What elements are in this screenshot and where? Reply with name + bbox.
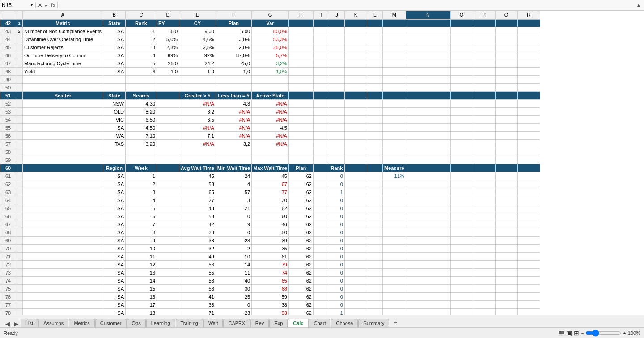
cell-O68[interactable] bbox=[450, 228, 473, 237]
cell-O54[interactable] bbox=[450, 116, 473, 124]
cell-C73[interactable]: 13 bbox=[126, 269, 157, 277]
cell-P64[interactable] bbox=[473, 196, 495, 204]
cell-D44[interactable]: 5,0% bbox=[157, 35, 179, 43]
cell-Q78[interactable] bbox=[495, 309, 517, 315]
tab-chart[interactable]: Chart bbox=[309, 319, 331, 327]
cell-B49[interactable] bbox=[103, 76, 126, 84]
cell-H46[interactable] bbox=[288, 51, 313, 59]
cell-I68[interactable] bbox=[313, 228, 329, 237]
cell-P43[interactable] bbox=[473, 27, 495, 35]
cell-R71[interactable] bbox=[517, 253, 540, 261]
cell-M72[interactable] bbox=[382, 261, 406, 269]
cell-R68[interactable] bbox=[517, 228, 540, 237]
cell-J77[interactable]: 0 bbox=[329, 301, 344, 309]
cell-N77[interactable] bbox=[406, 301, 450, 309]
cell-B65[interactable]: SA bbox=[103, 204, 126, 212]
cell-B54[interactable]: VIC bbox=[103, 116, 126, 124]
cell-I52[interactable] bbox=[313, 100, 329, 108]
cell-M73[interactable] bbox=[382, 269, 406, 277]
cell-M60[interactable]: Measure bbox=[382, 164, 406, 172]
cell-B73[interactable]: SA bbox=[103, 269, 126, 277]
row-number[interactable]: 58 bbox=[0, 148, 16, 156]
cell-H47[interactable] bbox=[288, 59, 313, 68]
cell-M51[interactable] bbox=[382, 92, 406, 100]
cell-G76[interactable]: 59 bbox=[252, 293, 289, 301]
cell-E61[interactable]: 45 bbox=[179, 172, 216, 180]
cell-D60[interactable] bbox=[157, 164, 179, 172]
col-header-c[interactable]: C bbox=[126, 11, 157, 19]
cell-J52[interactable] bbox=[329, 100, 344, 108]
cell-N46[interactable] bbox=[406, 51, 450, 59]
cell-L53[interactable] bbox=[367, 108, 382, 116]
cell-R44[interactable] bbox=[517, 35, 540, 43]
cell-K64[interactable] bbox=[344, 196, 367, 204]
row-number[interactable]: 44 bbox=[0, 35, 16, 43]
cell-I50[interactable] bbox=[313, 84, 329, 92]
cell-G57[interactable]: #N/A bbox=[252, 140, 289, 148]
cell-N78[interactable] bbox=[406, 309, 450, 315]
name-box-arrow[interactable]: ▼ bbox=[30, 3, 34, 7]
zoom-in-icon[interactable]: + bbox=[623, 330, 626, 336]
cell-E77[interactable]: 33 bbox=[179, 301, 216, 309]
cell-E57[interactable]: #N/A bbox=[179, 140, 216, 148]
cell-Q70[interactable] bbox=[495, 245, 517, 253]
cell-O58[interactable] bbox=[450, 148, 473, 156]
cell-A77[interactable] bbox=[23, 301, 103, 309]
cell-P75[interactable] bbox=[473, 285, 495, 293]
cell-H66[interactable]: 62 bbox=[288, 212, 313, 220]
cell-J46[interactable] bbox=[329, 51, 344, 59]
cell-N68[interactable] bbox=[406, 228, 450, 237]
cell-C58[interactable] bbox=[126, 148, 157, 156]
cell-D53[interactable] bbox=[157, 108, 179, 116]
cell-E73[interactable]: 55 bbox=[179, 269, 216, 277]
cell-P52[interactable] bbox=[473, 100, 495, 108]
row-number[interactable]: 60 bbox=[0, 164, 16, 172]
cell-K69[interactable] bbox=[344, 237, 367, 245]
cell-M47[interactable] bbox=[382, 59, 406, 68]
cell-Q71[interactable] bbox=[495, 253, 517, 261]
cell-I78[interactable] bbox=[313, 309, 329, 315]
cell-J42[interactable] bbox=[329, 19, 344, 27]
cell-N64[interactable] bbox=[406, 196, 450, 204]
cell-K78[interactable] bbox=[344, 309, 367, 315]
cell-D75[interactable] bbox=[157, 285, 179, 293]
cell-R53[interactable] bbox=[517, 108, 540, 116]
cell-I43[interactable] bbox=[313, 27, 329, 35]
cell-K70[interactable] bbox=[344, 245, 367, 253]
cell-B78[interactable]: SA bbox=[103, 309, 126, 315]
col-header-p[interactable]: P bbox=[473, 11, 495, 19]
cell-Q46[interactable] bbox=[495, 51, 517, 59]
cell-D76[interactable] bbox=[157, 293, 179, 301]
cell-J50[interactable] bbox=[329, 84, 344, 92]
cell-D54[interactable] bbox=[157, 116, 179, 124]
col-header-i[interactable]: I bbox=[313, 11, 329, 19]
cell-H76[interactable]: 62 bbox=[288, 293, 313, 301]
cell-L44[interactable] bbox=[367, 35, 382, 43]
cell-E64[interactable]: 27 bbox=[179, 196, 216, 204]
row-number[interactable]: 70 bbox=[0, 245, 16, 253]
cell-J73[interactable]: 0 bbox=[329, 269, 344, 277]
cell-Q66[interactable] bbox=[495, 212, 517, 220]
cell-Q69[interactable] bbox=[495, 237, 517, 245]
cell-O73[interactable] bbox=[450, 269, 473, 277]
row-number[interactable]: 54 bbox=[0, 116, 16, 124]
row-number[interactable]: 57 bbox=[0, 140, 16, 148]
cell-I47[interactable] bbox=[313, 59, 329, 68]
cell-P67[interactable] bbox=[473, 220, 495, 228]
cell-M50[interactable] bbox=[382, 84, 406, 92]
cell-E54[interactable]: 6,5 bbox=[179, 116, 216, 124]
cell-H62[interactable]: 62 bbox=[288, 180, 313, 188]
cell-R76[interactable] bbox=[517, 293, 540, 301]
cell-L65[interactable] bbox=[367, 204, 382, 212]
cell-N71[interactable] bbox=[406, 253, 450, 261]
cell-I77[interactable] bbox=[313, 301, 329, 309]
cell-G50[interactable] bbox=[252, 84, 289, 92]
cell-F51[interactable]: Less than = 5 bbox=[216, 92, 251, 100]
cell-G62[interactable]: 67 bbox=[252, 180, 289, 188]
cell-D59[interactable] bbox=[157, 156, 179, 164]
cell-B52[interactable]: NSW bbox=[103, 100, 126, 108]
cell-R51[interactable] bbox=[517, 92, 540, 100]
cell-B68[interactable]: SA bbox=[103, 228, 126, 237]
cell-D71[interactable] bbox=[157, 253, 179, 261]
cell-B60[interactable]: Region bbox=[103, 164, 126, 172]
